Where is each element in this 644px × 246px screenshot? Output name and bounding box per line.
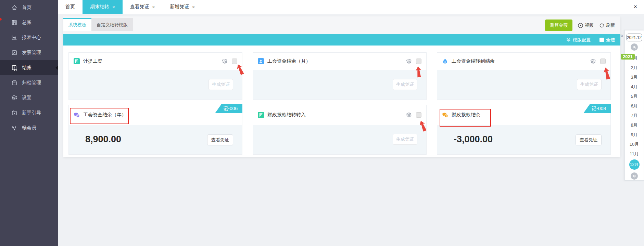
sidebar-item-settings[interactable]: 设置 [0, 90, 58, 105]
select-all-label: 全选 [606, 37, 615, 43]
view-voucher-button[interactable]: 查看凭证 [576, 134, 602, 145]
card-body: 生成凭证 [437, 70, 610, 100]
card-settings-gear-icon[interactable] [406, 59, 412, 64]
subtab-custom-template[interactable]: 自定义结转模版 [91, 18, 133, 31]
scroll-up-icon[interactable] [631, 43, 638, 51]
close-tab-icon[interactable]: × [112, 4, 115, 10]
money-bag-icon [442, 58, 448, 64]
view-voucher-button[interactable]: 查看凭证 [207, 134, 233, 145]
sidebar-item-archive-management[interactable]: 归档管理 [0, 75, 58, 90]
panel-header: 系统模板 自定义结转模版 测算金额 视频 刷新 [63, 16, 620, 34]
card-title: 工会资金结余（年） [83, 112, 126, 118]
tab-period-end-closing[interactable]: 期末结转 × [83, 0, 123, 14]
card-title: 工会资金结转到结余 [452, 58, 495, 64]
card-body: 生成凭证 [253, 70, 426, 100]
select-all-control[interactable]: 全选 [599, 37, 615, 43]
period-input[interactable]: 2021.12 [626, 34, 642, 41]
sidebar-item-report-center[interactable]: 报表中心 [0, 30, 58, 45]
card-settings-gear-icon[interactable] [590, 59, 596, 64]
card-header: 工会资金结余（月） [253, 53, 426, 70]
month-item[interactable]: 8月 [625, 120, 644, 130]
month-list: 1月 2月 3月 4月 5月 6月 7月 8月 9月 10月 11月 12月 [625, 53, 644, 170]
generate-voucher-button[interactable]: 生成凭证 [209, 79, 233, 90]
template-card: 工会资金结转到结余 生成凭证 [437, 52, 611, 100]
sidebar-item-label: 畅会员 [22, 125, 36, 131]
month-item[interactable]: 5月 [625, 92, 644, 101]
select-all-checkbox[interactable] [599, 38, 604, 42]
coins-purple-icon [74, 112, 80, 118]
card-checkbox[interactable] [416, 59, 421, 64]
gear-icon [11, 95, 17, 101]
collapse-panel-icon[interactable]: « [620, 33, 623, 39]
card-checkbox[interactable] [600, 59, 606, 64]
month-item[interactable]: 4月 [625, 82, 644, 92]
ledger-icon [11, 20, 17, 26]
template-config-button[interactable]: 模版配置 [566, 37, 591, 43]
subtab-system-template[interactable]: 系统模板 [63, 18, 91, 31]
calculate-amount-button[interactable]: 测算金额 [545, 20, 572, 31]
subtab-label: 自定义结转模版 [97, 22, 128, 28]
month-item[interactable]: 10月 [625, 140, 644, 149]
card-title: 计提工资 [83, 58, 102, 64]
card-body: -3,000.00 查看凭证 [437, 125, 610, 154]
template-subtabs: 系统模板 自定义结转模版 [63, 18, 133, 31]
generate-voucher-button[interactable]: 生成凭证 [393, 79, 417, 90]
card-header: 计提工资 [69, 53, 242, 70]
close-all-tabs-icon[interactable]: × [632, 0, 639, 14]
card-body: 生成凭证 [253, 125, 426, 154]
month-item[interactable]: 7月 [625, 111, 644, 120]
union-fund-month-icon [258, 58, 264, 64]
month-item[interactable]: 3月 [625, 73, 644, 82]
sidebar-item-general-ledger[interactable]: 总账 [0, 15, 58, 30]
refresh-icon [599, 23, 604, 28]
template-card: 记-006 工会资金结余（年） 8,900.00 查看凭证 [68, 105, 242, 155]
month-item[interactable]: 11月 [625, 149, 644, 159]
month-item[interactable]: 9月 [625, 130, 644, 140]
card-settings-gear-icon[interactable] [222, 59, 228, 64]
card-checkbox[interactable] [416, 112, 421, 118]
tab-label: 期末结转 [90, 4, 109, 10]
scroll-down-icon[interactable] [631, 172, 638, 180]
card-checkbox[interactable] [232, 59, 237, 64]
close-tab-icon[interactable]: × [192, 4, 195, 10]
sidebar: 首页 总账 报表中心 发票管理 结账 归档管理 设置 新手引导 [0, 0, 58, 246]
generate-voucher-button[interactable]: 生成凭证 [577, 79, 602, 90]
sidebar-item-label: 报表中心 [22, 35, 41, 41]
sidebar-item-label: 设置 [22, 95, 31, 101]
tab-label: 新增凭证 [170, 4, 189, 10]
sidebar-item-closing[interactable]: 结账 [0, 60, 58, 75]
generate-voucher-button[interactable]: 生成凭证 [393, 134, 417, 145]
card-body: 8,900.00 查看凭证 [69, 125, 242, 154]
coins-orange-icon [442, 112, 448, 118]
sidebar-item-beginner-guide[interactable]: 新手引导 [0, 105, 58, 120]
tab-home[interactable]: 首页 [58, 0, 83, 14]
card-settings-gear-icon[interactable] [406, 112, 412, 118]
main-content: 系统模板 自定义结转模版 测算金额 视频 刷新 [58, 14, 644, 246]
tab-view-voucher[interactable]: 查看凭证 × [123, 0, 163, 14]
selected-month-label: 12月 [629, 159, 640, 170]
month-item[interactable]: 2月 [625, 63, 644, 73]
refresh-button[interactable]: 刷新 [599, 22, 615, 28]
card-amount: 8,900.00 [85, 134, 121, 145]
video-button[interactable]: 视频 [578, 22, 594, 28]
sidebar-item-invoice-management[interactable]: 发票管理 [0, 45, 58, 60]
app-window: 首页 总账 报表中心 发票管理 结账 归档管理 设置 新手引导 [0, 0, 644, 246]
report-chart-icon [11, 35, 17, 41]
month-item[interactable]: 6月 [625, 101, 644, 111]
sidebar-item-member[interactable]: 畅会员 [0, 120, 58, 135]
closing-panel: 系统模板 自定义结转模版 测算金额 视频 刷新 [63, 16, 620, 157]
play-circle-icon [578, 23, 583, 28]
card-header: 财政拨款结余 [437, 105, 610, 125]
close-tab-icon[interactable]: × [152, 4, 155, 10]
tab-new-voucher[interactable]: 新增凭证 × [162, 0, 202, 14]
card-title: 财政拨款结转转入 [267, 112, 306, 118]
invoice-icon [11, 50, 17, 56]
template-card: 工会资金结余（月） 生成凭证 [253, 52, 427, 100]
home-icon [11, 4, 17, 11]
gear-icon [566, 38, 571, 42]
template-config-label: 模版配置 [573, 37, 591, 43]
archive-icon [11, 80, 17, 86]
month-item-selected[interactable]: 12月 [625, 159, 644, 170]
sidebar-item-home[interactable]: 首页 [0, 0, 58, 15]
member-v-icon [11, 125, 17, 131]
